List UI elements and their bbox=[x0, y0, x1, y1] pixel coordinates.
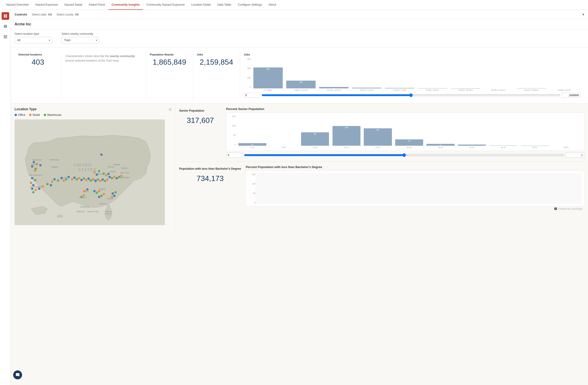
sidebar-home-icon[interactable] bbox=[2, 12, 9, 20]
senior-range-row bbox=[226, 153, 584, 158]
svg-point-94 bbox=[98, 190, 100, 192]
nav-configure-settings[interactable]: Configure Settings bbox=[235, 0, 265, 10]
svg-point-74 bbox=[106, 178, 108, 181]
svg-point-92 bbox=[93, 190, 96, 192]
svg-point-85 bbox=[103, 172, 105, 175]
bachelor-chart-container: Percent Population with less than Bachel… bbox=[246, 165, 584, 206]
senior-metric: Senior Population 317,607 bbox=[179, 107, 221, 158]
svg-text:Ottawa: Ottawa bbox=[113, 163, 120, 166]
bachelor-value: 734,173 bbox=[179, 171, 241, 186]
nav-community-insights[interactable]: Community Insights bbox=[108, 0, 143, 10]
map-legend: Office Retail Warehouse bbox=[15, 113, 171, 116]
main-layout: Controls Select state All Select county … bbox=[0, 10, 588, 385]
svg-point-81 bbox=[100, 154, 103, 156]
chat-button[interactable] bbox=[13, 370, 22, 379]
svg-point-97 bbox=[103, 193, 105, 195]
svg-point-59 bbox=[71, 178, 73, 181]
bachelor-section: Population with less than Bachelor's Deg… bbox=[179, 161, 584, 206]
expand-icon[interactable]: ▾ bbox=[582, 12, 584, 17]
jobs-range-max[interactable] bbox=[562, 93, 581, 97]
jobs-range-min[interactable] bbox=[244, 93, 260, 97]
map-container[interactable]: UNITED STATES Vancouver Seattle San Fran… bbox=[15, 119, 165, 225]
controls-label: Controls bbox=[15, 13, 27, 16]
senior-labels: 0.0%6.0%12.1%18.1%24.1%30.1%36.2%42.2%48… bbox=[236, 147, 582, 148]
svg-point-40 bbox=[34, 169, 36, 172]
senior-value: 317,607 bbox=[179, 113, 221, 128]
svg-point-66 bbox=[87, 178, 90, 180]
bachelor-y-axis: 150 100 50 0 bbox=[248, 173, 255, 204]
svg-point-100 bbox=[111, 196, 113, 198]
senior-label: Senior Population bbox=[179, 109, 221, 112]
svg-point-36 bbox=[36, 163, 38, 165]
nav-location-detail[interactable]: Location Detail bbox=[188, 0, 214, 10]
quicksight-icon bbox=[554, 207, 557, 210]
svg-point-83 bbox=[93, 171, 96, 174]
main-content: Controls Select state All Select county … bbox=[11, 10, 588, 385]
location-type-select[interactable]: All Office Retail Warehouse bbox=[15, 37, 52, 44]
selected-locations-label: Selected locations bbox=[18, 53, 58, 56]
svg-text:STATES: STATES bbox=[78, 168, 97, 172]
svg-point-60 bbox=[73, 177, 76, 179]
retail-label: Retail bbox=[33, 113, 40, 116]
top-nav: Hazard Overview Hazard Exposure Hazard D… bbox=[0, 0, 588, 10]
stats-row: Selected locations 403 Characteristics s… bbox=[11, 47, 588, 103]
select-county-value[interactable]: All bbox=[75, 13, 79, 16]
location-type-select-wrapper: All Office Retail Warehouse bbox=[15, 37, 52, 44]
nearby-community-select[interactable]: Tract Block Group County ZIP Code bbox=[62, 37, 99, 44]
svg-text:Houston: Houston bbox=[79, 196, 87, 199]
senior-histogram: 17851261114112821 bbox=[236, 115, 582, 146]
svg-point-43 bbox=[30, 182, 32, 184]
nav-inland-flood[interactable]: Inland Flood bbox=[85, 0, 108, 10]
svg-point-86 bbox=[105, 174, 107, 177]
nav-hazard-overview[interactable]: Hazard Overview bbox=[3, 0, 32, 10]
jobs-histogram: 2671001885212 bbox=[251, 58, 581, 88]
select-county-group: Select county All bbox=[57, 13, 79, 16]
svg-point-72 bbox=[102, 178, 104, 181]
senior-range-max[interactable] bbox=[566, 153, 584, 158]
quicksight-watermark: Powered by QuickSight bbox=[179, 206, 584, 211]
svg-point-64 bbox=[83, 178, 85, 180]
svg-point-61 bbox=[76, 178, 78, 181]
company-name: Acme Inc bbox=[15, 22, 31, 26]
map-svg: UNITED STATES Vancouver Seattle San Fran… bbox=[15, 119, 165, 225]
svg-point-79 bbox=[118, 176, 120, 178]
svg-point-51 bbox=[50, 184, 52, 186]
controls-bar: Controls Select state All Select county … bbox=[11, 10, 588, 19]
nav-community-hazard[interactable]: Community Hazard Exposure bbox=[143, 0, 188, 10]
nav-data-table[interactable]: Data Table bbox=[214, 0, 235, 10]
nearby-community-select-wrapper: Tract Block Group County ZIP Code bbox=[62, 37, 99, 44]
svg-text:Atlanta: Atlanta bbox=[99, 188, 106, 190]
svg-point-68 bbox=[92, 178, 94, 181]
svg-point-45 bbox=[31, 188, 33, 190]
office-label: Office bbox=[18, 113, 25, 116]
senior-chart: 150 100 50 0 17851261114112821 0.0%6.0%1… bbox=[226, 113, 584, 151]
svg-point-62 bbox=[78, 177, 80, 179]
jobs-range-slider[interactable] bbox=[262, 93, 560, 97]
nearby-community-filter: Select nearby community Tract Block Grou… bbox=[62, 32, 99, 44]
jobs-label: Jobs bbox=[197, 53, 236, 56]
svg-text:New York: New York bbox=[120, 172, 129, 174]
svg-point-47 bbox=[32, 191, 35, 193]
senior-range-slider[interactable] bbox=[244, 153, 564, 157]
nav-hazard-exposure[interactable]: Hazard Exposure bbox=[32, 0, 61, 10]
svg-point-84 bbox=[96, 174, 98, 176]
filter-row: Select location type All Office Retail W… bbox=[11, 29, 588, 47]
location-type-header: Location Type ◎ bbox=[15, 107, 171, 111]
select-state-group: Select state All bbox=[32, 13, 52, 16]
nav-hazard-detail[interactable]: Hazard Detail bbox=[61, 0, 85, 10]
legend-office: Office bbox=[15, 113, 25, 116]
svg-rect-0 bbox=[4, 14, 5, 16]
powered-by-text: Powered by QuickSight bbox=[558, 207, 582, 210]
population-block: Population Nearby 1,865,849 bbox=[146, 51, 193, 99]
jobs-block: Jobs 2,159,854 bbox=[193, 51, 240, 99]
bachelor-label: Population with less than Bachelor's Deg… bbox=[179, 167, 241, 170]
nav-about[interactable]: About bbox=[265, 0, 280, 10]
select-state-value[interactable]: All bbox=[48, 13, 52, 16]
svg-point-37 bbox=[31, 165, 33, 168]
senior-chart-container: Percent Senior Population 150 100 50 0 bbox=[226, 107, 584, 158]
svg-point-80 bbox=[120, 175, 123, 177]
warehouse-dot bbox=[44, 114, 46, 116]
senior-range-min[interactable] bbox=[226, 153, 243, 158]
sidebar-book-icon[interactable] bbox=[2, 23, 9, 30]
sidebar-table-icon[interactable] bbox=[2, 33, 9, 40]
